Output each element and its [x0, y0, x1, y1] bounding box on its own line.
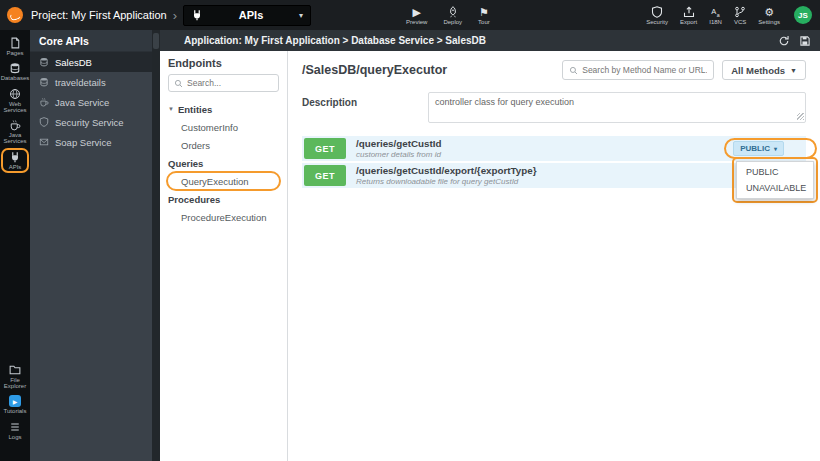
pages-label: Pages	[6, 50, 23, 56]
file-explorer-label: File Explorer	[0, 377, 30, 390]
tree-section-entities[interactable]: ▼ Entities	[168, 100, 279, 118]
refresh-icon[interactable]	[778, 35, 790, 47]
settings-label: Settings	[758, 19, 780, 25]
procedures-header-label: Procedures	[168, 194, 220, 205]
pages-icon	[9, 37, 21, 49]
main-header: /SalesDB/queryExecutor All Methods ▼	[288, 51, 820, 80]
service-item-security-service[interactable]: Security Service	[30, 112, 152, 132]
tour-button[interactable]: ⚑ Tour	[478, 6, 490, 25]
flag-icon: ⚑	[479, 6, 489, 18]
deploy-label: Deploy	[443, 19, 462, 25]
method-search[interactable]	[562, 60, 714, 80]
endpoint-path: /queries/getCustId/export/{exportType}	[356, 165, 537, 177]
description-textarea[interactable]: controller class for query execution	[428, 92, 806, 123]
api-plug-icon	[191, 9, 203, 21]
tree-item-customerinfo[interactable]: CustomerInfo	[168, 118, 279, 136]
rail-spacer	[0, 173, 30, 361]
sidebar-item-apis[interactable]: APIs	[0, 148, 30, 173]
description-label: Description	[302, 92, 428, 123]
method-filter-dropdown[interactable]: All Methods ▼	[722, 60, 806, 80]
service-item-traveldetails[interactable]: traveldetails	[30, 72, 152, 92]
breadcrumb-bar: Application: My First Application > Data…	[160, 30, 820, 51]
sidebar-item-java-services[interactable]: Java Services	[0, 116, 30, 148]
sidebar-item-file-explorer[interactable]: File Explorer	[0, 361, 30, 393]
save-icon[interactable]	[799, 35, 811, 47]
deploy-button[interactable]: Deploy	[443, 6, 462, 25]
visibility-menu: PUBLIC UNAVAILABLE	[736, 161, 814, 199]
visibility-dropdown[interactable]: PUBLIC ▾	[733, 141, 784, 156]
entities-header-label: Entities	[178, 104, 212, 115]
endpoints-search-input[interactable]	[187, 78, 273, 88]
service-item-soap-service[interactable]: Soap Service	[30, 132, 152, 152]
logs-list-icon	[9, 421, 21, 433]
core-apis-panel: Core APIs SalesDB traveldetails Java Ser…	[30, 30, 152, 461]
apis-dropdown-label: APIs	[209, 9, 293, 21]
search-icon	[569, 66, 578, 75]
gear-icon: ⚙	[764, 6, 774, 18]
topbar: Project: My First Application › APIs ▾ ▶…	[0, 0, 820, 30]
method-badge-get: GET	[304, 165, 346, 186]
left-icon-rail: Pages Databases Web Services Java Servic…	[0, 30, 30, 461]
tutorials-label: Tutorials	[4, 408, 27, 414]
wavemaker-studio-window: Project: My First Application › APIs ▾ ▶…	[0, 0, 820, 461]
wavemaker-logo[interactable]	[7, 7, 23, 23]
visibility-menu-annotation: PUBLIC UNAVAILABLE	[732, 157, 818, 203]
endpoint-row-getcustid[interactable]: GET /queries/getCustId customer details …	[302, 136, 806, 161]
endpoints-panel: Endpoints ▼ Entities CustomerInfo Orders…	[160, 51, 288, 461]
chevron-down-icon: ▾	[774, 145, 777, 152]
export-button[interactable]: Export	[680, 6, 697, 25]
apis-label: APIs	[9, 164, 22, 170]
panel-collapse-handle[interactable]	[153, 33, 159, 49]
topbar-right-actions: Security Export I18N VCS ⚙ Settings JS	[646, 6, 820, 25]
method-search-input[interactable]	[582, 65, 707, 75]
rocket-icon	[447, 6, 459, 18]
security-button[interactable]: Security	[646, 6, 668, 25]
i18n-button[interactable]: I18N	[709, 6, 722, 25]
chevron-down-icon: ▼	[168, 106, 174, 112]
endpoint-path: /queries/getCustId	[356, 138, 441, 150]
menu-item-unavailable[interactable]: UNAVAILABLE	[737, 180, 813, 196]
apis-dropdown[interactable]: APIs ▾	[183, 5, 311, 26]
tree-item-queryexecution[interactable]: QueryExecution	[168, 172, 279, 190]
tree-item-orders[interactable]: Orders	[168, 136, 279, 154]
tree-item-procedureexecution[interactable]: ProcedureExecution	[168, 208, 279, 226]
globe-icon	[9, 88, 21, 100]
service-item-salesdb[interactable]: SalesDB	[30, 52, 152, 72]
envelope-icon	[39, 137, 49, 147]
tree-section-queries[interactable]: Queries	[168, 154, 279, 172]
endpoint-summary: customer details from id	[356, 150, 441, 160]
database-icon	[39, 77, 49, 87]
menu-item-public[interactable]: PUBLIC	[737, 164, 813, 180]
preview-button[interactable]: ▶ Preview	[406, 6, 427, 25]
sidebar-item-databases[interactable]: Databases	[0, 59, 30, 84]
sidebar-item-web-services[interactable]: Web Services	[0, 85, 30, 117]
service-item-java-service[interactable]: Java Service	[30, 92, 152, 112]
tree-section-procedures[interactable]: Procedures	[168, 190, 279, 208]
folder-icon	[9, 364, 21, 376]
web-services-label: Web Services	[0, 101, 30, 114]
method-badge-get: GET	[304, 138, 346, 159]
tutorials-play-icon: ▶	[9, 395, 21, 407]
endpoints-search[interactable]	[168, 74, 279, 92]
preview-label: Preview	[406, 19, 427, 25]
database-icon	[9, 62, 21, 74]
method-filter-label: All Methods	[731, 65, 785, 76]
search-icon	[174, 79, 183, 88]
coffee-icon	[9, 119, 21, 131]
page-title: /SalesDB/queryExecutor	[302, 63, 554, 77]
branch-icon	[734, 6, 746, 18]
salesdb-label: SalesDB	[55, 57, 92, 68]
vcs-button[interactable]: VCS	[734, 6, 746, 25]
endpoint-row-getcustid-export[interactable]: GET /queries/getCustId/export/{exportTyp…	[302, 163, 806, 188]
visibility-label: PUBLIC	[740, 144, 770, 153]
user-avatar[interactable]: JS	[794, 6, 812, 24]
sidebar-item-logs[interactable]: Logs	[0, 418, 30, 443]
java-services-label: Java Services	[0, 132, 30, 145]
i18n-label: I18N	[709, 19, 722, 25]
database-icon	[39, 57, 49, 67]
sidebar-item-pages[interactable]: Pages	[0, 34, 30, 59]
settings-button[interactable]: ⚙ Settings	[758, 6, 780, 25]
sidebar-item-tutorials[interactable]: ▶ Tutorials	[0, 392, 30, 417]
security-service-label: Security Service	[55, 117, 124, 128]
topbar-center-actions: ▶ Preview Deploy ⚑ Tour	[406, 6, 490, 25]
